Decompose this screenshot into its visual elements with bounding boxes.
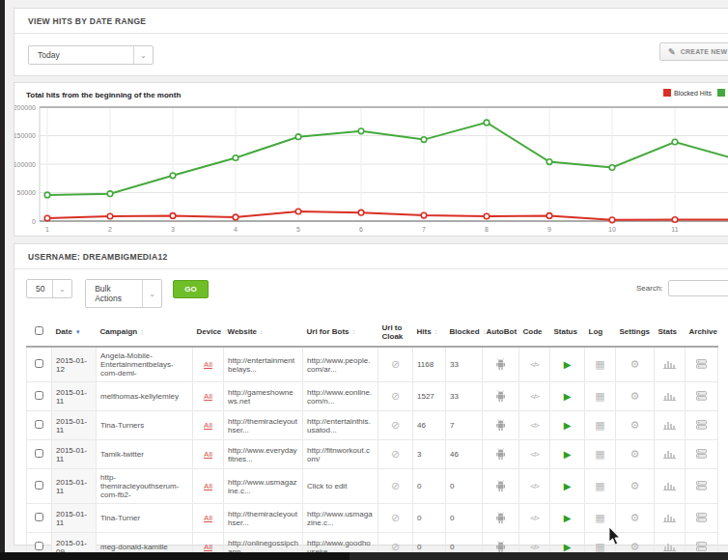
cell-url-for-bots[interactable]: http://www.usmagazine.c... (303, 504, 378, 533)
code-icon[interactable]: </> (530, 421, 539, 430)
row-checkbox[interactable] (35, 513, 43, 521)
stats-bar-chart-icon[interactable] (663, 358, 676, 369)
col-device[interactable]: Device↕ (193, 318, 224, 347)
cell-url-for-bots[interactable]: Click to edit (303, 469, 378, 504)
autobot-android-icon[interactable] (494, 511, 507, 524)
row-checkbox[interactable] (35, 420, 43, 429)
no-cloak-icon[interactable]: ⊘ (391, 419, 400, 431)
autobot-android-icon[interactable] (494, 357, 507, 371)
code-icon[interactable]: </> (530, 482, 539, 490)
col-website[interactable]: Website↕ (224, 318, 303, 347)
row-checkbox[interactable] (35, 359, 43, 368)
device-link[interactable]: All (204, 360, 212, 369)
status-play-icon[interactable]: ▶ (564, 481, 572, 491)
archive-icon[interactable] (695, 390, 708, 402)
log-icon[interactable]: ▦ (595, 358, 604, 370)
cell-url-for-bots[interactable]: http://fitnworkout.com/ (303, 440, 378, 469)
status-play-icon[interactable]: ▶ (564, 542, 572, 552)
stats-bar-chart-icon[interactable] (663, 480, 676, 490)
device-link[interactable]: All (204, 543, 212, 551)
settings-gear-icon[interactable]: ⚙ (630, 358, 640, 370)
cell-url-for-bots[interactable]: http://www.people.com/ar... (303, 347, 378, 382)
log-icon[interactable]: ▦ (595, 512, 604, 523)
archive-icon[interactable] (695, 541, 708, 552)
no-cloak-icon[interactable]: ⊘ (391, 512, 400, 523)
device-link[interactable]: All (204, 514, 212, 522)
stats-bar-chart-icon[interactable] (663, 541, 676, 551)
no-cloak-icon[interactable]: ⊘ (391, 541, 400, 552)
device-link[interactable]: All (204, 392, 212, 401)
archive-icon[interactable] (695, 512, 708, 523)
stats-bar-chart-icon[interactable] (663, 419, 676, 430)
status-play-icon[interactable]: ▶ (564, 420, 572, 431)
table-controls: 50 ⌄ Bulk Actions ⌄ GO Search: (14, 269, 728, 316)
archive-icon[interactable] (695, 480, 708, 491)
autobot-android-icon[interactable] (494, 479, 507, 492)
log-icon[interactable]: ▦ (595, 390, 604, 402)
page-size-select[interactable]: 50 ⌄ (26, 279, 72, 298)
legend-swatch (717, 89, 725, 97)
settings-gear-icon[interactable]: ⚙ (630, 512, 640, 523)
code-icon[interactable]: </> (530, 450, 539, 459)
device-link[interactable]: All (204, 482, 212, 490)
bulk-actions-select[interactable]: Bulk Actions ⌄ (85, 279, 162, 308)
no-cloak-icon[interactable]: ⊘ (391, 448, 400, 460)
col-blocked[interactable]: Blocked↕ (446, 318, 483, 347)
device-link[interactable]: All (204, 450, 212, 459)
code-icon[interactable]: </> (530, 543, 539, 551)
status-play-icon[interactable]: ▶ (564, 449, 572, 460)
autobot-android-icon[interactable] (494, 540, 507, 553)
legend-item: Blocked Hits (663, 89, 712, 97)
log-icon[interactable]: ▦ (595, 419, 604, 431)
date-range-select[interactable]: Today ⌄ (28, 45, 154, 65)
log-icon[interactable]: ▦ (595, 448, 604, 460)
chart-legend: Blocked HitsVisitors (663, 89, 728, 97)
log-icon[interactable]: ▦ (595, 480, 604, 491)
cell-url-for-bots[interactable]: http://entertainthis.usatod... (303, 411, 378, 440)
no-cloak-icon[interactable]: ⊘ (391, 358, 400, 370)
autobot-android-icon[interactable] (494, 447, 507, 461)
settings-gear-icon[interactable]: ⚙ (630, 480, 640, 491)
status-play-icon[interactable]: ▶ (564, 513, 572, 523)
device-link[interactable]: All (204, 421, 212, 430)
code-icon[interactable]: </> (530, 360, 539, 369)
stats-bar-chart-icon[interactable] (663, 448, 676, 459)
no-cloak-icon[interactable]: ⊘ (391, 390, 400, 402)
settings-gear-icon[interactable]: ⚙ (630, 390, 640, 402)
stats-bar-chart-icon[interactable] (663, 512, 676, 522)
svg-text:6: 6 (359, 226, 363, 233)
log-icon[interactable]: ▦ (595, 541, 604, 552)
autobot-android-icon[interactable] (494, 389, 507, 403)
row-checkbox[interactable] (35, 449, 43, 458)
stats-bar-chart-icon[interactable] (663, 390, 676, 401)
row-checkbox[interactable] (35, 542, 43, 550)
archive-icon[interactable] (695, 419, 708, 431)
go-button[interactable]: GO (173, 280, 208, 298)
col-url-to-cloak: Url to Cloak (378, 318, 413, 347)
col-url-for-bots[interactable]: Url for Bots↕ (303, 318, 378, 347)
col-date[interactable]: Date▼ (52, 318, 97, 347)
col-campaign[interactable]: Campaign↕ (97, 318, 193, 347)
settings-gear-icon[interactable]: ⚙ (630, 541, 640, 552)
autobot-android-icon[interactable] (494, 418, 507, 432)
code-icon[interactable]: </> (530, 392, 539, 401)
status-play-icon[interactable]: ▶ (564, 359, 572, 370)
archive-icon[interactable] (695, 448, 708, 460)
cell-website: http://entertainmentbelays... (224, 347, 303, 382)
col-status: Status (550, 318, 585, 347)
cell-date: 2015-01-11 (52, 469, 97, 504)
row-checkbox[interactable] (35, 481, 43, 490)
row-checkbox[interactable] (35, 391, 43, 400)
create-new-campaign-button[interactable]: ✎ CREATE NEW CAMPAIGN (659, 42, 728, 61)
col-hits[interactable]: Hits↕ (413, 318, 446, 347)
archive-icon[interactable] (695, 358, 708, 370)
settings-gear-icon[interactable]: ⚙ (630, 448, 640, 460)
status-play-icon[interactable]: ▶ (564, 391, 572, 402)
cell-campaign: Tamik-twitter (97, 440, 193, 469)
cell-url-for-bots[interactable]: http://www.eonline.com/n... (303, 382, 378, 411)
search-input[interactable] (668, 280, 728, 296)
settings-gear-icon[interactable]: ⚙ (630, 419, 640, 431)
no-cloak-icon[interactable]: ⊘ (391, 480, 400, 491)
code-icon[interactable]: </> (530, 514, 539, 522)
select-all-checkbox[interactable] (35, 326, 43, 335)
